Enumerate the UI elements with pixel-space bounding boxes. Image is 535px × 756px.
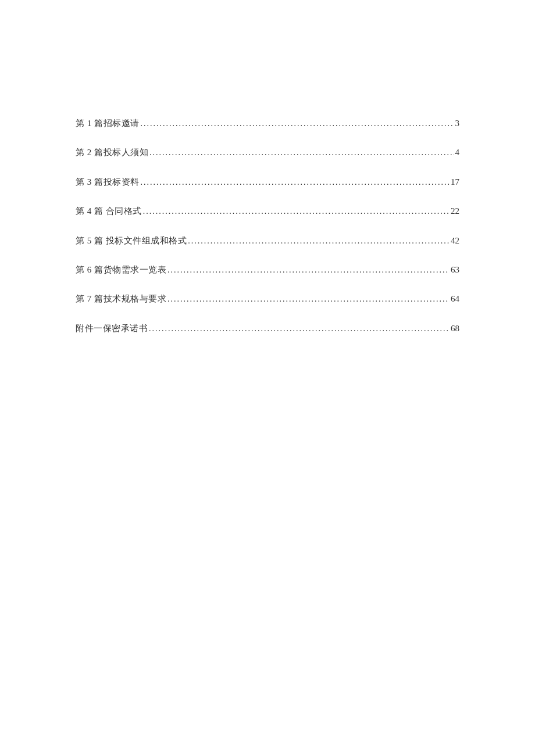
toc-entry: 第 6 篇货物需求一览表 63	[76, 263, 459, 277]
toc-leader-dots	[149, 145, 454, 159]
toc-leader-dots	[167, 292, 450, 306]
toc-title: 第 7 篇技术规格与要求	[76, 292, 166, 306]
toc-entry: 第 5 篇 投标文件组成和格式 42	[76, 234, 459, 248]
toc-title: 第 4 篇 合同格式	[76, 204, 142, 218]
document-page: 第 1 篇招标邀请 3 第 2 篇投标人须知 4 第 3 篇投标资料 17 第 …	[0, 0, 535, 335]
toc-page-number: 4	[455, 145, 460, 159]
toc-page-number: 17	[451, 175, 459, 189]
toc-page-number: 22	[451, 204, 459, 218]
toc-title: 第 6 篇货物需求一览表	[76, 263, 166, 277]
toc-entry: 第 4 篇 合同格式 22	[76, 204, 459, 218]
toc-leader-dots	[149, 321, 450, 335]
toc-entry: 附件一保密承诺书 68	[76, 321, 459, 335]
toc-entry: 第 2 篇投标人须知 4	[76, 145, 459, 159]
toc-entry: 第 7 篇技术规格与要求 64	[76, 292, 459, 306]
toc-leader-dots	[188, 234, 450, 248]
toc-title: 第 2 篇投标人须知	[76, 145, 148, 159]
toc-title: 第 5 篇 投标文件组成和格式	[76, 234, 187, 248]
toc-page-number: 68	[451, 321, 459, 335]
toc-leader-dots	[141, 175, 450, 189]
toc-title: 附件一保密承诺书	[76, 321, 148, 335]
toc-title: 第 3 篇投标资料	[76, 175, 140, 189]
toc-page-number: 63	[451, 263, 459, 277]
toc-leader-dots	[141, 116, 454, 130]
toc-entry: 第 1 篇招标邀请 3	[76, 116, 459, 130]
toc-leader-dots	[143, 204, 450, 218]
toc-title: 第 1 篇招标邀请	[76, 116, 140, 130]
toc-page-number: 3	[455, 116, 460, 130]
toc-page-number: 64	[451, 292, 459, 306]
toc-entry: 第 3 篇投标资料 17	[76, 175, 459, 189]
toc-leader-dots	[167, 263, 450, 277]
toc-page-number: 42	[451, 234, 459, 248]
